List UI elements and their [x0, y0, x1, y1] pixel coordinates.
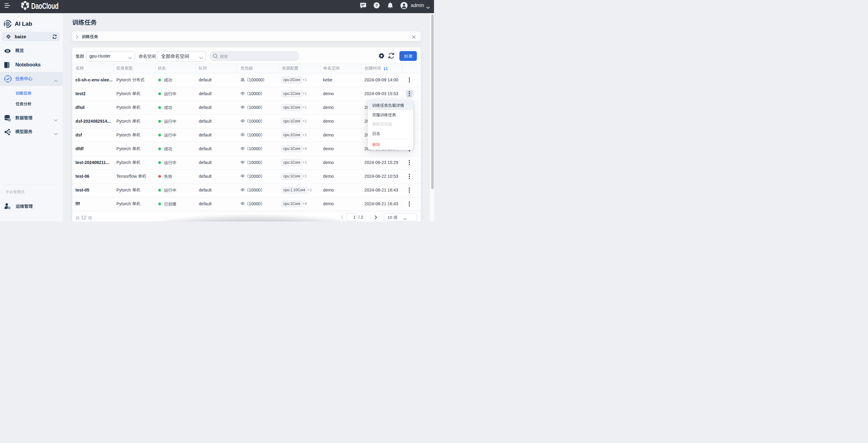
svg-text:?: ? — [376, 3, 378, 8]
